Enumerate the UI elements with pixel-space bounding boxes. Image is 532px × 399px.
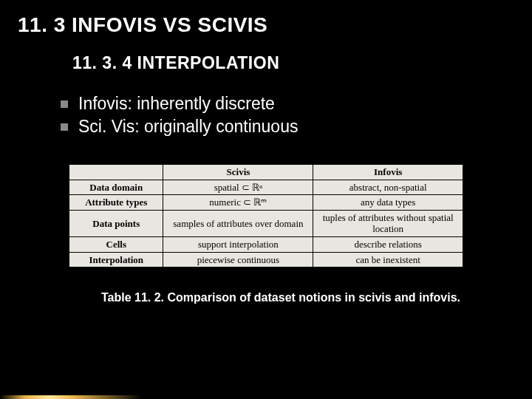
bullet-square-icon	[61, 100, 68, 108]
table-header-cell: Scivis	[163, 165, 313, 180]
bullet-list: Infovis: inherently discrete Sci. Vis: o…	[0, 92, 532, 138]
table-row: Data domain spatial ⊂ ℝⁿ abstract, non-s…	[69, 180, 463, 195]
table-cell: any data types	[313, 195, 463, 211]
table-cell: tuples of attributes without spatial loc…	[313, 210, 463, 236]
table-row-label: Attribute types	[69, 195, 163, 211]
table-cell: describe relations	[313, 237, 463, 253]
table-row: Attribute types numeric ⊂ ℝᵐ any data ty…	[69, 195, 463, 211]
table-cell: support interpolation	[163, 237, 313, 253]
slide-title: 11. 3 INFOVIS VS SCIVIS	[0, 13, 532, 37]
table-row: Cells support interpolation describe rel…	[69, 237, 463, 253]
bullet-item: Sci. Vis: originally continuous	[61, 115, 532, 138]
table-cell: can be inexistent	[313, 252, 463, 267]
slide-subtitle: 11. 3. 4 INTERPOLATION	[0, 53, 532, 73]
bullet-square-icon	[61, 123, 68, 131]
table-row: Interpolation piecewise continuous can b…	[69, 252, 463, 267]
accent-bar	[0, 395, 142, 399]
table-cell: piecewise continuous	[163, 252, 313, 267]
table-row: Data points samples of attributes over d…	[69, 210, 463, 236]
table-cell: numeric ⊂ ℝᵐ	[163, 195, 313, 211]
table-cell: spatial ⊂ ℝⁿ	[163, 180, 313, 195]
table-header-cell	[69, 165, 163, 180]
table-row-label: Cells	[69, 237, 163, 253]
slide: 11. 3 INFOVIS VS SCIVIS 11. 3. 4 INTERPO…	[0, 0, 532, 399]
table-caption: Table 11. 2. Comparison of dataset notio…	[0, 290, 532, 306]
comparison-table: Scivis Infovis Data domain spatial ⊂ ℝⁿ …	[68, 163, 464, 268]
bullet-text: Sci. Vis: originally continuous	[78, 115, 298, 138]
table-row-label: Interpolation	[69, 252, 163, 267]
table-row-label: Data domain	[69, 180, 163, 195]
table-row-label: Data points	[69, 210, 163, 236]
bullet-item: Infovis: inherently discrete	[61, 92, 532, 115]
table-cell: samples of attributes over domain	[163, 210, 313, 236]
table-header-cell: Infovis	[313, 165, 463, 180]
table-header-row: Scivis Infovis	[69, 165, 463, 180]
bullet-text: Infovis: inherently discrete	[78, 92, 275, 115]
table-cell: abstract, non-spatial	[313, 180, 463, 195]
